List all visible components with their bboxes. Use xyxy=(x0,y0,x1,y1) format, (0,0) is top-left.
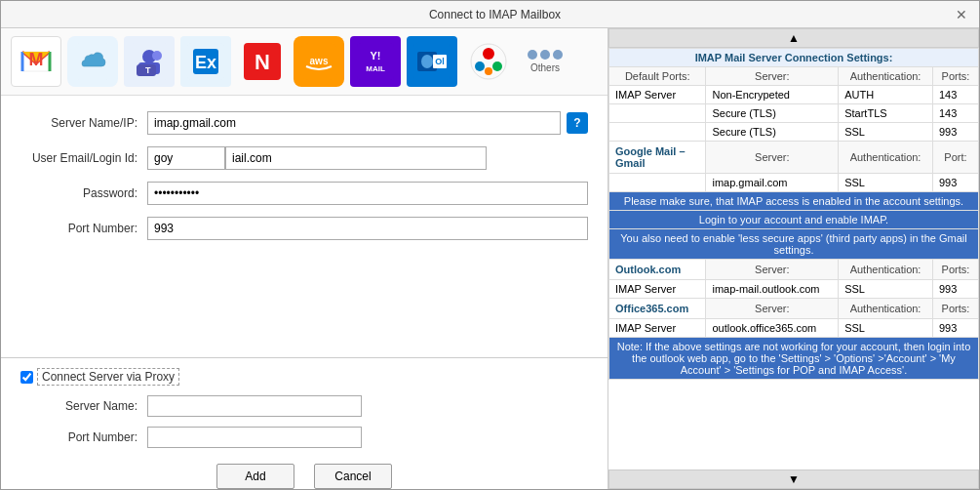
cell: imap-mail.outlook.com xyxy=(706,280,839,299)
svg-point-26 xyxy=(475,61,485,71)
svg-text:MAIL: MAIL xyxy=(366,64,385,73)
cell: 993 xyxy=(932,123,978,142)
section-outlook: Outlook.com xyxy=(609,260,706,280)
cell: SSL xyxy=(839,174,933,192)
cell: StartTLS xyxy=(839,104,933,123)
table-row: Secure (TLS) SSL 993 xyxy=(609,123,979,142)
exchange-icon[interactable]: Ex xyxy=(180,36,231,87)
form-area: Server Name/IP: ? User Email/Login Id: P… xyxy=(1,96,608,347)
yahoo-icon[interactable]: Y! MAIL xyxy=(350,36,401,87)
table-row: Outlook.com Server: Authentication: Port… xyxy=(609,260,979,280)
note-row: Note: If the above settings are not work… xyxy=(609,338,979,380)
button-row: Add Cancel xyxy=(20,464,588,489)
col-server: Server: xyxy=(706,142,839,174)
proxy-label[interactable]: Connect Server via Proxy xyxy=(37,368,179,386)
divider xyxy=(1,357,608,358)
add-button[interactable]: Add xyxy=(216,464,294,489)
svg-text:Ex: Ex xyxy=(195,53,216,72)
highlight-text-3: You also need to enable 'less secure app… xyxy=(609,229,979,260)
cell: imap.gmail.com xyxy=(706,174,839,192)
proxy-section: Connect Server via Proxy Server Name: Po… xyxy=(1,368,608,489)
svg-text:M: M xyxy=(29,50,44,69)
password-row: Password: xyxy=(20,182,588,205)
cell: 993 xyxy=(932,319,978,338)
col-ports: Ports: xyxy=(932,67,978,86)
proxy-checkbox-row: Connect Server via Proxy xyxy=(20,368,588,386)
col-ports: Ports: xyxy=(932,299,978,319)
svg-rect-16 xyxy=(357,43,394,80)
svg-point-25 xyxy=(483,48,494,60)
scroll-down-button[interactable]: ▼ xyxy=(608,470,979,489)
section-office365: Office365.com xyxy=(609,299,706,319)
table-row: Secure (TLS) StartTLS 143 xyxy=(609,104,979,123)
cell xyxy=(609,123,706,142)
svg-text:T: T xyxy=(145,65,151,75)
others-label: Others xyxy=(530,62,560,73)
cell: IMAP Server xyxy=(609,319,706,338)
password-label: Password: xyxy=(20,186,147,200)
note-text: Note: If the above settings are not work… xyxy=(609,338,979,380)
cell: IMAP Server xyxy=(609,86,706,104)
right-scroll-area[interactable]: IMAP Mail Server Connection Settings: De… xyxy=(608,48,979,470)
cancel-button[interactable]: Cancel xyxy=(314,464,392,489)
table-main-header: IMAP Mail Server Connection Settings: xyxy=(609,49,979,67)
left-panel: M xyxy=(1,28,608,489)
zimbra-icon[interactable] xyxy=(463,36,514,87)
svg-text:aws: aws xyxy=(310,56,329,66)
port-row: Port Number: xyxy=(20,217,588,240)
scroll-up-button[interactable]: ▲ xyxy=(608,28,979,48)
outlook-icon[interactable]: Ol xyxy=(407,36,457,87)
svg-point-5 xyxy=(152,51,162,61)
email-label: User Email/Login Id: xyxy=(20,151,147,165)
svg-text:Y!: Y! xyxy=(371,50,381,61)
cell: Secure (TLS) xyxy=(706,123,839,142)
col-auth: Authentication: xyxy=(839,142,933,174)
nielsen-icon[interactable]: N xyxy=(237,36,288,87)
cell: 143 xyxy=(932,86,978,104)
cell: outlook.office365.com xyxy=(706,319,839,338)
table-row: IMAP Server outlook.office365.com SSL 99… xyxy=(609,319,979,338)
help-button[interactable]: ? xyxy=(567,112,588,134)
icloud-icon[interactable] xyxy=(67,36,118,87)
col-auth: Authentication: xyxy=(839,260,933,280)
info-table: IMAP Mail Server Connection Settings: De… xyxy=(608,48,979,380)
cell: Secure (TLS) xyxy=(706,104,839,123)
server-label: Server Name/IP: xyxy=(20,116,147,130)
col-default-ports: Default Ports: xyxy=(609,67,706,86)
col-ports: Ports: xyxy=(932,260,978,280)
others-dots xyxy=(528,50,563,60)
gmail-icon[interactable]: M xyxy=(11,36,61,87)
port-label: Port Number: xyxy=(20,222,147,235)
svg-text:Ol: Ol xyxy=(435,57,445,66)
cell: 143 xyxy=(932,104,978,123)
table-row: IMAP Server Non-Encrypeted AUTH 143 xyxy=(609,86,979,104)
server-row: Server Name/IP: ? xyxy=(20,111,588,135)
proxy-checkbox[interactable] xyxy=(20,371,33,384)
server-input[interactable] xyxy=(147,111,561,135)
svg-text:N: N xyxy=(255,50,270,74)
table-row: Google Mail –Gmail Server: Authenticatio… xyxy=(609,142,979,174)
email-domain-input[interactable] xyxy=(225,146,487,170)
email-row: User Email/Login Id: xyxy=(20,146,588,170)
proxy-server-label: Server Name: xyxy=(20,399,147,413)
others-icon[interactable]: Others xyxy=(520,36,570,87)
cell xyxy=(609,104,706,123)
svg-point-21 xyxy=(421,55,433,68)
main-window: Connect to IMAP Mailbox ✕ M xyxy=(0,0,980,490)
cell: Non-Encrypeted xyxy=(706,86,839,104)
email-input[interactable] xyxy=(147,146,225,170)
close-button[interactable]: ✕ xyxy=(952,5,971,24)
cell: 993 xyxy=(932,280,978,299)
cell xyxy=(609,174,706,192)
port-input[interactable] xyxy=(147,217,588,240)
office365-icon[interactable]: T xyxy=(124,36,175,87)
svg-point-27 xyxy=(492,61,502,71)
cell: SSL xyxy=(839,319,933,338)
proxy-port-input[interactable] xyxy=(147,427,362,448)
proxy-server-input[interactable] xyxy=(147,395,362,417)
password-input[interactable] xyxy=(147,182,588,205)
right-panel: ▲ IMAP Mail Server Connection Settings: … xyxy=(608,28,979,489)
col-server: Server: xyxy=(706,299,839,319)
aws-icon[interactable]: aws xyxy=(294,36,344,87)
content-area: M xyxy=(1,28,979,489)
